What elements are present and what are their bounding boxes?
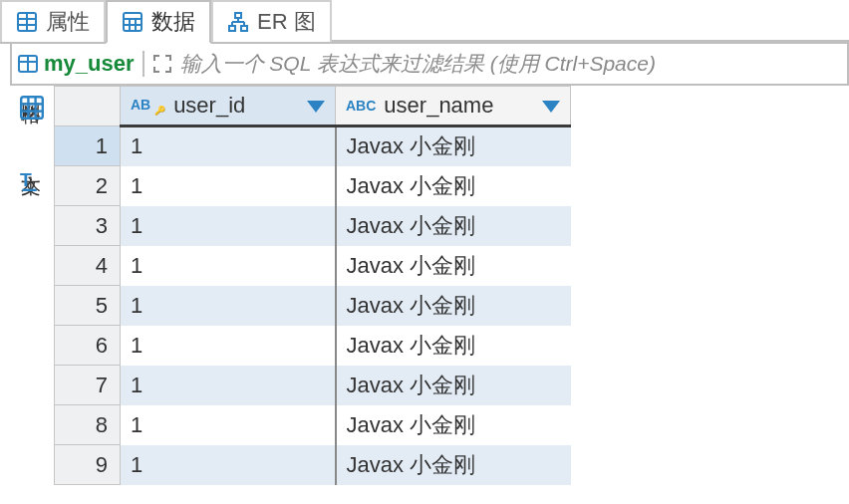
- grid-icon: [16, 11, 38, 33]
- row-number[interactable]: 3: [55, 206, 121, 246]
- cell-user_name[interactable]: Javax 小金刚: [336, 286, 571, 326]
- grid-view-icon: [20, 96, 44, 120]
- column-header-user_name[interactable]: ABC user_name: [336, 87, 571, 126]
- svg-rect-9: [235, 13, 241, 18]
- row-number[interactable]: 8: [55, 405, 121, 445]
- table-row[interactable]: 51Javax 小金刚: [55, 286, 849, 326]
- table-name-label: my_user: [44, 51, 135, 77]
- tab-label: 数据: [151, 7, 195, 37]
- table-row[interactable]: 11Javax 小金刚: [55, 126, 849, 166]
- view-mode-rail: 网格 文本 T: [10, 86, 54, 504]
- svg-text:T: T: [20, 169, 32, 190]
- rail-label: 文本: [19, 159, 46, 161]
- table-row[interactable]: 41Javax 小金刚: [55, 246, 849, 286]
- tab-er-diagram[interactable]: ER 图: [211, 0, 332, 42]
- tab-properties[interactable]: 属性: [0, 0, 106, 42]
- row-number[interactable]: 5: [55, 286, 121, 326]
- row-number[interactable]: 9: [55, 445, 121, 485]
- data-grid[interactable]: AB 🔑 user_id ABC user_name: [54, 86, 849, 504]
- cell-user_name[interactable]: Javax 小金刚: [336, 326, 571, 366]
- diagram-icon: [227, 11, 249, 33]
- row-number[interactable]: 1: [55, 126, 121, 166]
- cell-user_id[interactable]: 1: [121, 405, 336, 445]
- cell-user_id[interactable]: 1: [121, 326, 336, 366]
- column-name: user_name: [384, 93, 493, 119]
- filter-bar: my_user 输入一个 SQL 表达式来过滤结果 (使用 Ctrl+Space…: [10, 44, 849, 86]
- table-row[interactable]: 31Javax 小金刚: [55, 206, 849, 246]
- tab-data[interactable]: 数据: [106, 0, 211, 44]
- rail-label: 网格: [19, 88, 46, 90]
- svg-rect-11: [241, 26, 247, 31]
- cell-user_id[interactable]: 1: [121, 166, 336, 206]
- cell-user_id[interactable]: 1: [121, 246, 336, 286]
- expand-icon[interactable]: [152, 54, 172, 74]
- column-name: user_id: [173, 93, 245, 119]
- sql-filter-input[interactable]: 输入一个 SQL 表达式来过滤结果 (使用 Ctrl+Space): [180, 50, 841, 78]
- table-row[interactable]: 91Javax 小金刚: [55, 445, 849, 485]
- cell-user_name[interactable]: Javax 小金刚: [336, 366, 571, 405]
- tab-label: 属性: [46, 7, 90, 37]
- divider: [142, 51, 144, 77]
- cell-user_name[interactable]: Javax 小金刚: [336, 405, 571, 445]
- view-text-button[interactable]: 文本 T: [19, 159, 46, 191]
- table-row[interactable]: 71Javax 小金刚: [55, 366, 849, 405]
- svg-marker-26: [307, 101, 325, 113]
- type-abc-icon: ABC: [346, 98, 376, 114]
- row-number[interactable]: 7: [55, 366, 121, 405]
- row-header-corner[interactable]: [55, 87, 121, 126]
- cell-user_name[interactable]: Javax 小金刚: [336, 206, 571, 246]
- text-view-icon: T: [20, 167, 44, 191]
- row-number[interactable]: 2: [55, 166, 121, 206]
- cell-user_name[interactable]: Javax 小金刚: [336, 126, 571, 166]
- svg-rect-4: [124, 13, 142, 31]
- table-name-chip[interactable]: my_user: [18, 51, 135, 77]
- table-row[interactable]: 81Javax 小金刚: [55, 405, 849, 445]
- cell-user_name[interactable]: Javax 小金刚: [336, 246, 571, 286]
- tab-label: ER 图: [257, 7, 316, 37]
- cell-user_name[interactable]: Javax 小金刚: [336, 445, 571, 485]
- table-icon: [18, 54, 38, 74]
- cell-user_id[interactable]: 1: [121, 206, 336, 246]
- table-row[interactable]: 61Javax 小金刚: [55, 326, 849, 366]
- svg-marker-27: [542, 101, 560, 113]
- sort-arrow-icon[interactable]: [542, 93, 560, 119]
- svg-rect-10: [229, 26, 235, 31]
- svg-rect-19: [21, 97, 43, 119]
- row-number[interactable]: 4: [55, 246, 121, 286]
- cell-user_name[interactable]: Javax 小金刚: [336, 166, 571, 206]
- sort-arrow-icon[interactable]: [307, 93, 325, 119]
- column-header-user_id[interactable]: AB 🔑 user_id: [121, 87, 336, 126]
- cell-user_id[interactable]: 1: [121, 366, 336, 405]
- cell-user_id[interactable]: 1: [121, 286, 336, 326]
- cell-user_id[interactable]: 1: [121, 445, 336, 485]
- row-number[interactable]: 6: [55, 326, 121, 366]
- data-grid-icon: [122, 11, 143, 33]
- cell-user_id[interactable]: 1: [121, 126, 336, 166]
- table-row[interactable]: 21Javax 小金刚: [55, 166, 849, 206]
- type-abc-key-icon: AB 🔑: [131, 97, 165, 116]
- view-grid-button[interactable]: 网格: [19, 88, 46, 120]
- editor-tabs: 属性 数据 ER 图: [0, 0, 849, 44]
